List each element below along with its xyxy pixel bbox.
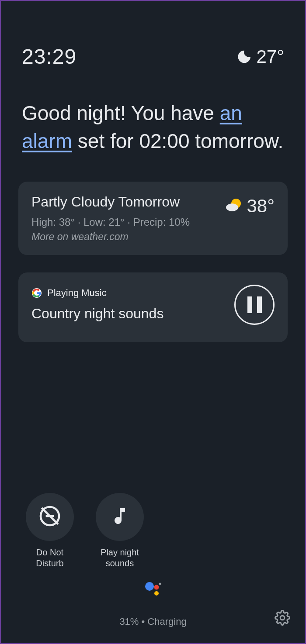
clock-time: 23:29 [22, 45, 76, 69]
weather-temp-block: 38° [226, 194, 275, 217]
assistant-icon[interactable] [143, 579, 163, 599]
greeting-prefix: Good night! You have [22, 102, 220, 124]
quick-actions: Do Not Disturb Play night sounds [24, 493, 146, 569]
music-source-label: Playing Music [47, 287, 107, 299]
night-sounds-button[interactable] [96, 493, 144, 541]
music-card[interactable]: Playing Music Country night sounds [18, 272, 288, 342]
settings-button[interactable] [275, 610, 290, 627]
dnd-label: Do Not Disturb [36, 547, 63, 569]
weather-title: Partly Cloudy Tomorrow [31, 194, 219, 210]
weather-card[interactable]: Partly Cloudy Tomorrow High: 38° · Low: … [18, 182, 288, 255]
quick-action-night-sounds[interactable]: Play night sounds [94, 493, 146, 569]
dnd-button[interactable] [26, 493, 74, 541]
greeting: Good night! You have an alarm set for 02… [1, 69, 305, 155]
night-sounds-label: Play night sounds [101, 547, 139, 569]
partly-cloudy-icon [226, 196, 243, 216]
quick-action-dnd[interactable]: Do Not Disturb [24, 493, 76, 569]
battery-status: 31% • Charging [119, 616, 186, 627]
weather-detail: High: 38° · Low: 21° · Precip: 10% [31, 216, 219, 228]
svg-point-10 [280, 616, 285, 620]
svg-point-6 [145, 582, 154, 591]
svg-point-8 [154, 591, 159, 596]
google-logo-icon [31, 288, 42, 298]
moon-icon [236, 49, 252, 65]
pause-button[interactable] [234, 285, 275, 325]
svg-point-9 [159, 583, 161, 585]
cards-container: Partly Cloudy Tomorrow High: 38° · Low: … [1, 155, 305, 342]
svg-point-1 [226, 203, 238, 211]
music-header: Playing Music [31, 287, 234, 299]
gear-icon [275, 620, 290, 627]
dnd-off-icon [38, 504, 62, 530]
header: 23:29 27° [1, 1, 305, 69]
header-weather[interactable]: 27° [236, 46, 284, 67]
music-info: Playing Music Country night sounds [31, 287, 234, 322]
weather-info: Partly Cloudy Tomorrow High: 38° · Low: … [31, 194, 219, 243]
svg-point-7 [154, 585, 159, 590]
music-track-title: Country night sounds [31, 306, 234, 322]
svg-line-5 [42, 508, 58, 524]
header-temp: 27° [256, 46, 284, 67]
pause-icon [247, 296, 262, 313]
greeting-suffix: set for 02:00 tomorrow. [72, 130, 283, 152]
weather-tomorrow-temp: 38° [247, 196, 275, 217]
music-note-icon [109, 506, 130, 528]
weather-more-link[interactable]: More on weather.com [31, 231, 219, 243]
